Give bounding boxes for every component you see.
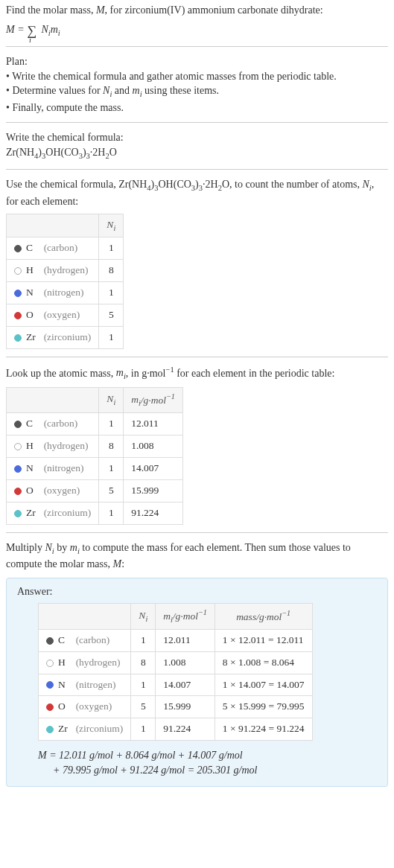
answer-table: Nimi/g·mol−1mass/g·mol−1 C (carbon)112.0…: [38, 603, 313, 741]
chemical-formula: Zr(NH4)3OH(CO3)3·2H2O: [6, 145, 388, 162]
table-row: C (carbon)112.011: [7, 413, 183, 435]
atom-dot-icon: [14, 312, 22, 319]
atom-dot-icon: [14, 421, 22, 428]
atom-dot-icon: [14, 267, 22, 275]
table-row: Zr (zirconium)191.224: [7, 502, 183, 524]
mass-table: Nimi/g·mol−1 C (carbon)112.011 H (hydrog…: [6, 387, 183, 525]
table-row: Zr (zirconium)1: [7, 326, 124, 348]
table-row: N (nitrogen)114.0071 × 14.007 = 14.007: [39, 674, 313, 696]
plan-section: Plan: • Write the chemical formula and g…: [6, 54, 388, 123]
atom-dot-icon: [14, 443, 22, 450]
atom-dot-icon: [46, 660, 54, 667]
mass-text: Look up the atomic mass, mi, in g·mol−1 …: [6, 365, 388, 383]
table-row: C (carbon)112.0111 × 12.011 = 12.011: [39, 629, 313, 651]
sum-line-1: M = 12.011 g/mol + 8.064 g/mol + 14.007 …: [38, 748, 377, 763]
plan-title: Plan:: [6, 54, 388, 69]
table-row: O (oxygen)5: [7, 304, 124, 327]
sum-line-2: + 79.995 g/mol + 91.224 g/mol = 205.301 …: [53, 763, 377, 778]
table-row: N (nitrogen)114.007: [7, 458, 183, 480]
atom-dot-icon: [14, 510, 22, 517]
count-table: Ni C (carbon)1 H (hydrogen)8 N (nitrogen…: [6, 214, 124, 349]
atom-dot-icon: [14, 465, 22, 473]
count-section: Use the chemical formula, Zr(NH4)3OH(CO3…: [6, 177, 388, 357]
intro-section: Find the molar mass, M, for zirconium(IV…: [6, 3, 388, 47]
table-row: H (hydrogen)81.0088 × 1.008 = 8.064: [39, 651, 313, 674]
atom-dot-icon: [46, 726, 54, 733]
atom-dot-icon: [46, 637, 54, 645]
table-row: O (oxygen)515.999: [7, 479, 183, 502]
plan-item: • Write the chemical formula and gather …: [6, 69, 388, 84]
atom-dot-icon: [14, 245, 22, 252]
formula-title: Write the chemical formula:: [6, 130, 388, 145]
intro-line: Find the molar mass, M, for zirconium(IV…: [6, 3, 388, 18]
molar-mass-equation: M = ∑i Nimi: [6, 19, 388, 39]
plan-item: • Determine values for Ni and mi using t…: [6, 83, 388, 100]
table-row: N (nitrogen)1: [7, 282, 124, 304]
answer-title: Answer:: [17, 584, 377, 599]
table-row: H (hydrogen)81.008: [7, 435, 183, 458]
atom-dot-icon: [14, 290, 22, 297]
atom-dot-icon: [14, 334, 22, 342]
atom-dot-icon: [14, 488, 22, 495]
table-row: O (oxygen)515.9995 × 15.999 = 79.995: [39, 696, 313, 718]
atom-dot-icon: [46, 681, 54, 689]
chemical-formula-section: Write the chemical formula: Zr(NH4)3OH(C…: [6, 130, 388, 170]
mass-section: Look up the atomic mass, mi, in g·mol−1 …: [6, 365, 388, 533]
count-text: Use the chemical formula, Zr(NH4)3OH(CO3…: [6, 177, 388, 208]
multiply-text: Multiply Ni by mi to compute the mass fo…: [6, 540, 388, 572]
table-row: C (carbon)1: [7, 237, 124, 260]
table-row: H (hydrogen)8: [7, 260, 124, 282]
plan-item: • Finally, compute the mass.: [6, 100, 388, 115]
table-row: Zr (zirconium)191.2241 × 91.224 = 91.224: [39, 718, 313, 741]
atom-dot-icon: [46, 703, 54, 711]
answer-box: Answer: Nimi/g·mol−1mass/g·mol−1 C (carb…: [6, 578, 388, 788]
